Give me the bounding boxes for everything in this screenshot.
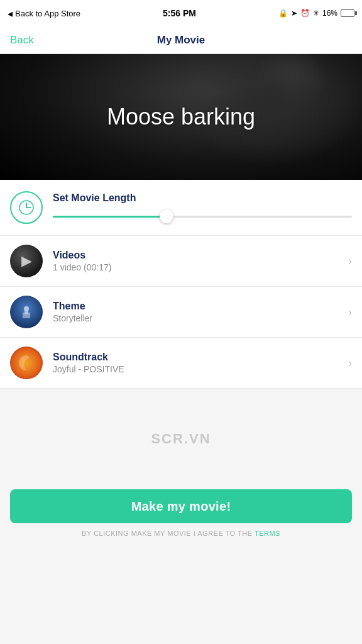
- theme-subtitle: Storyteller: [53, 313, 338, 323]
- hero-image: Moose barking: [0, 54, 362, 180]
- terms-link[interactable]: TERMS: [255, 530, 280, 537]
- watermark-area: SCR.VN: [0, 389, 362, 489]
- theme-chevron-icon: ›: [348, 306, 352, 319]
- status-right: 🔒 ➤ ⏰ ✳ 16%: [278, 9, 354, 18]
- bluetooth-icon: ✳: [313, 9, 319, 18]
- status-bar: ◂ Back to App Store 5:56 PM 🔒 ➤ ⏰ ✳ 16%: [0, 0, 362, 26]
- svg-rect-5: [25, 311, 28, 314]
- lock-icon: 🔒: [278, 9, 288, 18]
- status-time: 5:56 PM: [163, 8, 196, 18]
- theme-thumbnail: [10, 296, 43, 328]
- battery-icon: [341, 9, 354, 17]
- clock-svg: [18, 199, 35, 216]
- soundtrack-row[interactable]: Soundtrack Joyful - POSITIVE ›: [0, 338, 362, 389]
- status-left: ◂ Back to App Store: [8, 8, 80, 19]
- svg-point-3: [24, 306, 29, 311]
- back-button[interactable]: Back: [10, 34, 34, 47]
- videos-text: Videos 1 video (00:17): [53, 250, 338, 272]
- videos-chevron-icon: ›: [348, 255, 352, 268]
- videos-thumbnail: ▶: [10, 245, 43, 277]
- terms-prefix: BY CLICKING MAKE MY MOVIE I AGREE TO THE: [82, 530, 252, 537]
- watermark-text: SCR.VN: [151, 431, 211, 447]
- content-area: Set Movie Length ▶ Videos 1 video (00:17…: [0, 180, 362, 389]
- soundtrack-text: Soundtrack Joyful - POSITIVE: [53, 352, 338, 374]
- page-title: My Movie: [157, 34, 206, 47]
- soundtrack-subtitle: Joyful - POSITIVE: [53, 364, 338, 374]
- nav-bar: Back My Movie: [0, 26, 362, 54]
- videos-subtitle: 1 video (00:17): [53, 262, 338, 272]
- theme-text: Theme Storyteller: [53, 301, 338, 323]
- theme-title: Theme: [53, 301, 338, 312]
- back-to-app-store-text: Back to App Store: [15, 9, 80, 18]
- videos-thumb-icon: ▶: [21, 253, 32, 269]
- theme-row[interactable]: Theme Storyteller ›: [0, 287, 362, 338]
- movie-length-slider[interactable]: [53, 210, 352, 223]
- camera-person-icon: [17, 303, 36, 321]
- slider-track: [53, 216, 352, 218]
- hero-title: Moose barking: [107, 104, 255, 130]
- movie-length-row: Set Movie Length: [0, 180, 362, 236]
- soundtrack-thumbnail: [10, 347, 43, 379]
- movie-length-label: Set Movie Length: [53, 192, 352, 204]
- alarm-icon: ⏰: [300, 9, 310, 18]
- battery-percent: 16%: [322, 9, 337, 18]
- back-chevron-icon: ◂: [8, 8, 13, 19]
- soundtrack-icon: [16, 352, 37, 374]
- soundtrack-chevron-icon: ›: [348, 357, 352, 370]
- make-movie-button[interactable]: Make my movie!: [10, 489, 352, 523]
- slider-fill: [53, 216, 167, 218]
- videos-title: Videos: [53, 250, 338, 261]
- bottom-cta-area: Make my movie! BY CLICKING MAKE MY MOVIE…: [0, 489, 362, 547]
- videos-row[interactable]: ▶ Videos 1 video (00:17) ›: [0, 236, 362, 287]
- clock-icon: [10, 191, 43, 224]
- slider-thumb[interactable]: [160, 209, 173, 223]
- location-icon: ➤: [291, 9, 297, 18]
- terms-text: BY CLICKING MAKE MY MOVIE I AGREE TO THE…: [10, 530, 352, 537]
- soundtrack-title: Soundtrack: [53, 352, 338, 363]
- movie-length-right: Set Movie Length: [53, 192, 352, 223]
